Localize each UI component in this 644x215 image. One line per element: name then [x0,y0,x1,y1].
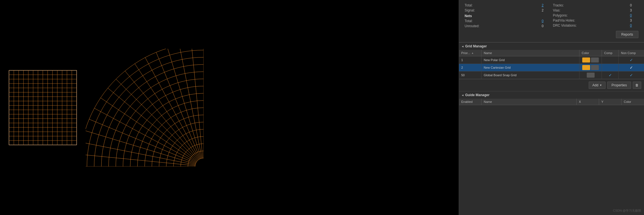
guide-manager-title: Guide Manager [465,93,490,97]
polygons-label: Polygons: [553,13,570,17]
col-color[interactable]: Color [579,50,602,56]
row2-name: New Cartesian Grid [481,64,579,71]
left-stats: Total: 2 Signal: 2 Nets Total: 0 Unroute… [465,3,550,29]
stats-grid: Total: 2 Signal: 2 Nets Total: 0 Unroute… [465,3,638,29]
guide-col-y-label: Y [601,100,603,103]
row1-comp-cell[interactable] [602,56,619,64]
table-row[interactable]: 2 New Cartesian Grid ✓ [459,64,644,71]
stat-row-signal: Signal: 2 [465,8,550,13]
col-color-label: Color [582,51,589,55]
guide-col-y[interactable]: Y [599,99,622,105]
nets-label: Nets [465,13,550,19]
guide-col-color-label: Color [624,100,631,103]
add-label: Add [592,83,598,87]
col-non-comp-label: Non Comp [621,51,636,55]
total-label: Total: [465,3,475,7]
row2-non-comp-check: ✓ [630,65,633,70]
stat-row-pad-via: Pad/Via Holes: 3 [553,18,639,23]
stats-section: Total: 2 Signal: 2 Nets Total: 0 Unroute… [459,0,644,42]
vias-value: 3 [630,8,638,12]
stat-row-total: Total: 2 [465,3,550,8]
add-dropdown-arrow: ▼ [599,84,602,87]
guide-col-color[interactable]: Color [622,99,644,105]
unrouted-value: 0 [542,24,550,28]
row3-color-cell[interactable] [579,71,602,79]
grid-manager-header: ◄ Grid Manager [459,43,644,50]
row1-name: New Polar Grid [481,56,579,64]
rectangular-grid-canvas [8,70,77,145]
nets-total-value[interactable]: 0 [542,19,550,23]
stat-row-polygons: Polygons: 0 [553,13,639,18]
pad-via-label: Pad/Via Holes: [553,19,577,22]
guide-table-header: Enabled Name X Y Color [459,99,644,105]
row1-color-cell[interactable] [579,56,602,64]
row3-non-comp-cell[interactable]: ✓ [619,71,644,79]
row1-color-swatch2 [591,57,599,63]
row3-comp-check: ✓ [609,73,612,77]
row3-comp-cell[interactable]: ✓ [602,71,619,79]
sort-icon: ▲ [471,52,474,54]
col-name-label: Name [484,51,492,55]
vias-label: Vias: [553,8,563,12]
col-priority-label: Prior... [461,51,470,55]
drc-label: DRC Violations: [553,24,579,27]
canvas-area [0,0,459,215]
total-value[interactable]: 2 [542,3,550,7]
grid-manager-title: Grid Manager [465,44,487,48]
col-comp[interactable]: Comp [602,50,619,56]
stat-row-nets-total: Total: 0 [465,19,550,24]
guide-manager: ◄ Guide Manager Enabled Name X Y Color [459,91,644,215]
properties-button[interactable]: Properties [607,82,631,89]
col-comp-label: Comp [604,51,612,55]
watermark: CSDN @学习无极限 [613,209,641,213]
guide-col-name[interactable]: Name [481,99,577,105]
row3-color-swatch [587,73,595,78]
stat-row-tracks: Tracks: 0 [553,3,639,8]
right-panel: Total: 2 Signal: 2 Nets Total: 0 Unroute… [459,0,644,215]
guide-col-enabled[interactable]: Enabled [459,99,481,105]
row3-non-comp-check: ✓ [630,73,633,77]
col-name[interactable]: Name [481,50,579,56]
row2-non-comp-cell[interactable]: ✓ [619,64,644,71]
row2-color-swatch [582,65,590,70]
polygons-value[interactable]: 0 [630,13,638,17]
row1-non-comp-check: ✓ [630,58,633,62]
row1-color-swatch [582,57,590,63]
row2-color-cell[interactable] [579,64,602,71]
guide-col-name-label: Name [484,100,492,103]
signal-label: Signal: [465,8,477,12]
col-non-comp[interactable]: Non Comp [619,50,644,56]
pad-via-value: 3 [630,19,638,22]
grid-manager-arrow: ◄ [461,45,464,48]
drc-value[interactable]: 0 [630,24,638,27]
tracks-value: 0 [630,3,638,7]
grid-table-header: Prior... ▲ Name Color Comp Non Comp [459,50,644,56]
guide-col-x[interactable]: X [577,99,599,105]
stat-row-unrouted: Unrouted: 0 [465,24,550,29]
row2-color-swatch2 [591,65,599,70]
row3-name: Global Board Snap Grid [481,71,579,79]
grid-manager: ◄ Grid Manager Prior... ▲ Name Color Com… [459,42,644,91]
guide-manager-header: ◄ Guide Manager [459,91,644,99]
signal-value: 2 [542,8,550,12]
guide-col-x-label: X [579,100,581,103]
right-stats: Tracks: 0 Vias: 3 Polygons: 0 Pad/Via Ho… [553,3,639,29]
nets-total-label: Total: [465,19,475,23]
col-priority[interactable]: Prior... ▲ [459,50,481,56]
table-row[interactable]: 1 New Polar Grid ✓ [459,56,644,64]
polar-grid-canvas [86,49,204,167]
unrouted-label: Unrouted: [465,24,482,28]
guide-col-enabled-label: Enabled [461,100,472,103]
delete-button[interactable]: 🗑 [633,82,641,89]
stat-row-vias: Vias: 3 [553,8,639,13]
row1-non-comp-cell[interactable]: ✓ [619,56,644,64]
table-row[interactable]: 50 Global Board Snap Grid ✓ ✓ [459,71,644,79]
guide-manager-arrow: ◄ [461,94,464,97]
tracks-label: Tracks: [553,3,566,7]
row3-priority: 50 [459,71,481,79]
row2-comp-cell[interactable] [602,64,619,71]
add-button[interactable]: Add ▼ [589,82,606,89]
reports-button[interactable]: Reports [616,31,638,38]
stat-row-drc: DRC Violations: 0 [553,23,639,28]
reports-row: Reports [465,29,638,39]
